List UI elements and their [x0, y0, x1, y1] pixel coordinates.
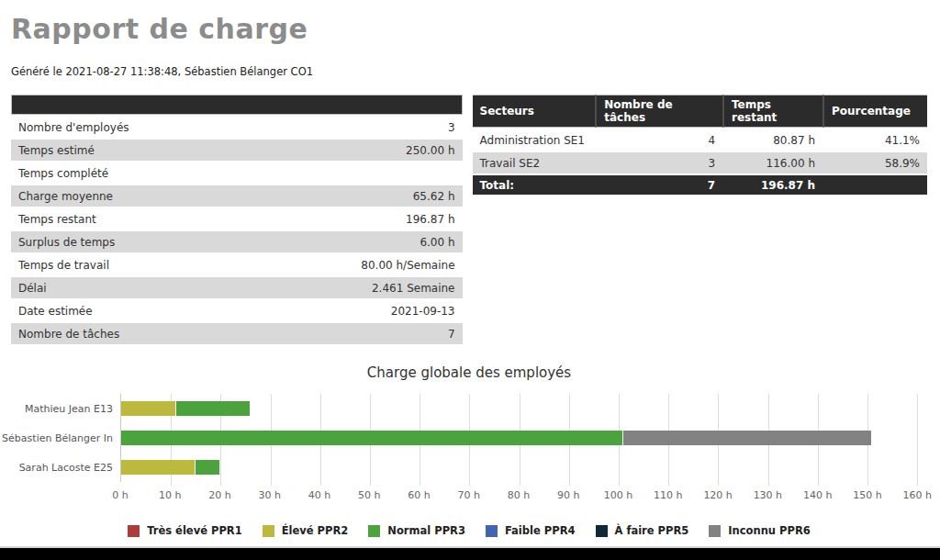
x-axis-tick-label: 150 h: [853, 489, 881, 501]
legend-item: Normal PPR3: [368, 524, 465, 537]
x-axis-tick-label: 50 h: [358, 489, 380, 501]
sectors-header-cell: Nombre de tâches: [595, 95, 722, 128]
chart-bar-segment: [121, 460, 196, 475]
summary-row-value: 250.00 h: [252, 140, 462, 161]
legend-label: Élevé PPR2: [282, 524, 349, 537]
summary-row: Nombre de tâches7: [11, 323, 463, 344]
x-axis-tick-label: 0 h: [112, 489, 128, 501]
summary-row: Date estimée2021-09-13: [11, 300, 463, 321]
report-page: Rapport de charge Généré le 2021-08-27 1…: [0, 0, 940, 537]
chart-plot-area: [120, 394, 927, 482]
x-axis-tick-label: 120 h: [703, 489, 732, 501]
sectors-total-cell: 196.87 h: [722, 175, 822, 195]
legend-item: Très élevé PPR1: [128, 524, 241, 537]
summary-table-body: Nombre d'employés3Temps estimé250.00 hTe…: [11, 117, 463, 344]
x-axis-tick-label: 20 h: [208, 489, 230, 501]
chart-bar-segment: [196, 460, 220, 475]
legend-label: À faire PPR5: [615, 524, 689, 537]
x-axis-tick-label: 90 h: [557, 489, 579, 501]
summary-row: Temps estimé250.00 h: [11, 140, 463, 161]
sectors-table-header: SecteursNombre de tâchesTemps restantPou…: [473, 95, 927, 128]
summary-table-header: [11, 95, 463, 115]
chart-bar: [121, 401, 927, 416]
legend-item: Inconnu PPR6: [709, 524, 810, 537]
sectors-header-cell: Temps restant: [722, 95, 822, 128]
sectors-total-cell: Total:: [473, 175, 596, 195]
summary-row: Charge moyenne65.62 h: [11, 185, 463, 207]
chart-bar: [121, 460, 927, 475]
x-axis-tick-label: 140 h: [803, 489, 832, 501]
summary-row-value: 2.461 Semaine: [252, 277, 462, 298]
legend-label: Normal PPR3: [387, 524, 465, 537]
summary-row-label: Nombre d'employés: [11, 117, 252, 138]
x-axis-tick-label: 130 h: [754, 489, 782, 501]
sectors-total-row: Total:7196.87 h: [473, 175, 927, 195]
sectors-total-cell: 7: [595, 175, 722, 195]
sectors-header-cell: Pourcentage: [822, 95, 927, 128]
generated-line: Généré le 2021-08-27 11:38:48, Sébastien…: [11, 65, 927, 78]
chart-bar: [121, 431, 927, 445]
legend-color-swatch: [486, 525, 498, 537]
summary-row-label: Délai: [11, 277, 252, 298]
summary-row: Surplus de temps6.00 h: [11, 231, 463, 252]
summary-row: Temps de travail80.00 h/Semaine: [11, 254, 463, 275]
summary-row-value: 196.87 h: [252, 208, 462, 230]
summary-table-header-cell: [11, 95, 463, 115]
legend-color-swatch: [596, 525, 608, 537]
legend-item: Élevé PPR2: [263, 524, 349, 537]
x-axis-tick-label: 30 h: [259, 489, 281, 501]
chart-bar-segment: [121, 431, 623, 445]
legend-color-swatch: [368, 525, 380, 537]
summary-row: Temps restant196.87 h: [11, 208, 463, 230]
chart-category-label: Mathieu Jean E13: [11, 394, 120, 423]
sectors-cell: Administration SE1: [473, 129, 596, 151]
tables-row: Nombre d'employés3Temps estimé250.00 hTe…: [11, 93, 927, 346]
sectors-cell: 3: [595, 152, 722, 174]
employee-load-chart: Charge globale des employés Mathieu Jean…: [11, 364, 927, 537]
x-axis-tick-label: 110 h: [654, 489, 682, 501]
sectors-total-cell: [822, 175, 927, 195]
summary-row-value: 2021-09-13: [252, 300, 462, 321]
summary-row-label: Temps estimé: [11, 140, 252, 161]
summary-row: Nombre d'employés3: [11, 117, 463, 138]
sectors-cell: Travail SE2: [473, 152, 596, 174]
chart-x-axis: 0 h10 h20 h30 h40 h50 h60 h70 h80 h90 h1…: [120, 489, 927, 504]
x-axis-tick-label: 100 h: [604, 489, 632, 501]
chart-bar-segment: [176, 401, 251, 416]
summary-row-label: Temps de travail: [11, 254, 252, 275]
summary-row-label: Nombre de tâches: [11, 323, 252, 344]
sectors-header-cell: Secteurs: [473, 95, 596, 128]
legend-item: Faible PPR4: [486, 524, 576, 537]
x-axis-tick-label: 60 h: [408, 489, 430, 501]
chart-category-label: Sébastien Bélanger In: [11, 423, 120, 453]
legend-label: Très élevé PPR1: [147, 524, 241, 537]
summary-row-label: Date estimée: [11, 300, 252, 321]
summary-row: Délai2.461 Semaine: [11, 277, 463, 298]
summary-row-value: 6.00 h: [252, 231, 462, 252]
legend-label: Inconnu PPR6: [728, 524, 810, 537]
summary-row-label: Charge moyenne: [11, 185, 252, 207]
summary-row-label: Temps complété: [11, 162, 252, 184]
summary-row-value: 80.00 h/Semaine: [252, 254, 462, 275]
sectors-cell: 80.87 h: [722, 129, 822, 151]
summary-row: Temps complété: [11, 162, 463, 184]
sectors-cell: 4: [595, 129, 722, 151]
sectors-row: Travail SE23116.00 h58.9%: [473, 152, 927, 174]
summary-row-label: Surplus de temps: [11, 231, 252, 252]
sectors-table-body: Administration SE1480.87 h41.1%Travail S…: [473, 129, 927, 195]
sectors-cell: 116.00 h: [722, 152, 822, 174]
sectors-row: Administration SE1480.87 h41.1%: [473, 129, 927, 151]
chart-category-label: Sarah Lacoste E25: [11, 453, 120, 482]
chart-bar-segment: [623, 431, 872, 445]
chart-legend: Très élevé PPR1Élevé PPR2Normal PPR3Faib…: [11, 524, 927, 537]
legend-label: Faible PPR4: [505, 524, 576, 537]
legend-color-swatch: [128, 525, 140, 537]
summary-row-label: Temps restant: [11, 208, 252, 230]
x-axis-tick-label: 40 h: [308, 489, 330, 501]
x-axis-tick-label: 80 h: [508, 489, 530, 501]
legend-item: À faire PPR5: [596, 524, 689, 537]
screen-bottom-bar: [0, 546, 940, 560]
sectors-table: SecteursNombre de tâchesTemps restantPou…: [473, 93, 927, 196]
chart-body: Mathieu Jean E13Sébastien Bélanger InSar…: [11, 394, 927, 482]
page-title: Rapport de charge: [11, 13, 927, 45]
